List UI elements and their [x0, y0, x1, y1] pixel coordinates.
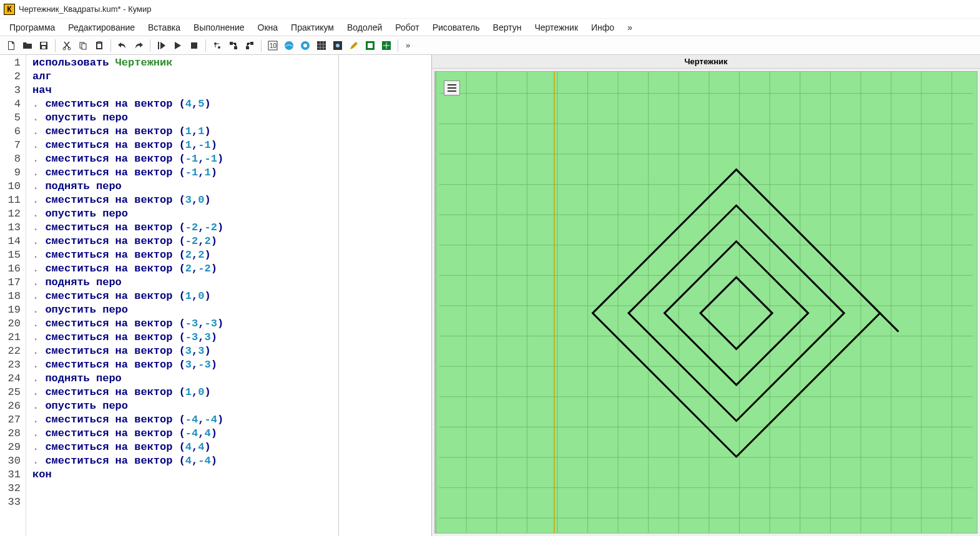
tool-green1-icon[interactable] [363, 38, 378, 53]
toolbar-separator [205, 39, 206, 52]
code-line[interactable]: . сместиться на вектор (4,-4) [32, 454, 338, 468]
code-line[interactable]: . сместиться на вектор (-1,1) [32, 166, 338, 180]
svg-point-25 [336, 44, 340, 47]
code-editor[interactable]: 1234567891011121314151617181920212223242… [0, 55, 339, 536]
svg-rect-6 [82, 44, 86, 49]
copy-icon[interactable] [76, 38, 91, 53]
module-icon[interactable] [226, 38, 241, 53]
svg-point-13 [218, 46, 220, 49]
paste-icon[interactable] [92, 38, 107, 53]
code-line[interactable] [32, 482, 338, 495]
code-line[interactable]: . опустить перо [32, 303, 338, 317]
svg-rect-17 [250, 42, 253, 45]
canvas-title: Чертежник [432, 55, 980, 69]
code-line[interactable]: . сместиться на вектор (-3,-3) [32, 317, 338, 331]
code-line[interactable]: . сместиться на вектор (1,1) [32, 125, 338, 139]
code-line[interactable]: . сместиться на вектор (-1,-1) [32, 152, 338, 166]
menu-item-1[interactable]: Редактирование [62, 20, 140, 35]
code-line[interactable]: . сместиться на вектор (-4,-4) [32, 413, 338, 427]
tool-pencil-icon[interactable] [346, 38, 361, 53]
stop-icon[interactable] [187, 38, 202, 53]
window-title: Чертежник_Квадраты.kum* - Кумир [19, 4, 152, 14]
tool-b-icon[interactable] [282, 38, 296, 53]
menu-item-12[interactable]: » [622, 20, 638, 35]
code-line[interactable]: . сместиться на вектор (-2,-2) [32, 221, 338, 235]
svg-rect-23 [317, 41, 326, 50]
code-line[interactable]: . сместиться на вектор (4,5) [32, 97, 338, 111]
svg-rect-9 [97, 41, 101, 43]
menu-item-11[interactable]: Инфо [586, 20, 620, 35]
svg-rect-15 [234, 46, 237, 49]
main-area: 1234567891011121314151617181920212223242… [0, 55, 980, 536]
svg-rect-27 [368, 43, 373, 48]
code-line[interactable]: нач [32, 84, 338, 97]
tool-a-icon[interactable]: 10 [265, 38, 280, 53]
open-file-icon[interactable] [20, 38, 35, 53]
code-line[interactable]: . сместиться на вектор (1,0) [32, 386, 338, 399]
menu-item-4[interactable]: Окна [252, 20, 284, 35]
run-step-icon[interactable] [154, 38, 169, 53]
tool-green2-icon[interactable] [379, 38, 394, 53]
drawing-canvas[interactable] [434, 71, 978, 534]
code-line[interactable]: . сместиться на вектор (2,2) [32, 248, 338, 262]
code-line[interactable]: . поднять перо [32, 276, 338, 290]
toolbar-separator [261, 39, 262, 52]
menu-item-0[interactable]: Программа [4, 20, 61, 35]
code-line[interactable]: . сместиться на вектор (3,-3) [32, 358, 338, 372]
line-number-gutter: 1234567891011121314151617181920212223242… [0, 55, 26, 536]
code-line[interactable]: . сместиться на вектор (3,0) [32, 193, 338, 207]
new-file-icon[interactable] [4, 38, 19, 53]
editor-pane: 1234567891011121314151617181920212223242… [0, 55, 432, 536]
code-line[interactable]: . поднять перо [32, 372, 338, 386]
menu-item-9[interactable]: Вертун [488, 20, 527, 35]
menu-item-3[interactable]: Выполнение [188, 20, 250, 35]
svg-rect-8 [97, 44, 101, 48]
code-line[interactable]: . поднять перо [32, 180, 338, 193]
cut-icon[interactable] [59, 38, 74, 53]
toolbar-more[interactable]: » [402, 38, 414, 53]
svg-point-12 [214, 42, 217, 45]
redo-icon[interactable] [131, 38, 146, 53]
code-line[interactable]: кон [32, 468, 338, 482]
code-line[interactable]: использовать Чертежник [32, 56, 338, 70]
canvas-pane: Чертежник [432, 55, 980, 536]
canvas-menu-button[interactable] [444, 80, 460, 95]
actor-switch-icon[interactable] [210, 38, 225, 53]
toolbar-separator [110, 39, 111, 52]
menu-item-7[interactable]: Робот [390, 20, 424, 35]
tool-d-icon[interactable] [330, 38, 345, 53]
module2-icon[interactable] [242, 38, 257, 53]
menu-item-8[interactable]: Рисователь [427, 20, 486, 35]
svg-rect-14 [230, 42, 233, 45]
code-lines[interactable]: использовать Чертежникалгнач. сместиться… [26, 55, 338, 536]
tool-grid-icon[interactable] [314, 38, 329, 53]
svg-text:10: 10 [270, 42, 277, 49]
code-line[interactable]: . сместиться на вектор (-4,4) [32, 427, 338, 441]
code-line[interactable]: . опустить перо [32, 207, 338, 221]
tool-c-icon[interactable] [298, 38, 313, 53]
code-line[interactable]: . сместиться на вектор (3,3) [32, 344, 338, 358]
toolbar: 10 » [0, 36, 980, 55]
code-line[interactable]: . сместиться на вектор (4,4) [32, 441, 338, 454]
code-line[interactable]: . сместиться на вектор (-3,3) [32, 331, 338, 344]
code-line[interactable]: . опустить перо [32, 111, 338, 125]
code-line[interactable]: . сместиться на вектор (-2,2) [32, 235, 338, 248]
toolbar-separator [150, 39, 150, 52]
code-line[interactable]: . сместиться на вектор (2,-2) [32, 262, 338, 276]
code-line[interactable] [32, 495, 338, 509]
code-line[interactable]: . сместиться на вектор (1,-1) [32, 139, 338, 152]
run-icon[interactable] [170, 38, 185, 53]
menu-item-10[interactable]: Чертежник [529, 20, 584, 35]
save-file-icon[interactable] [36, 38, 51, 53]
editor-side-column [339, 55, 431, 536]
menu-item-5[interactable]: Практикум [285, 20, 340, 35]
undo-icon[interactable] [115, 38, 130, 53]
svg-point-22 [303, 44, 307, 47]
menu-item-2[interactable]: Вставка [142, 20, 186, 35]
svg-point-20 [285, 41, 293, 50]
svg-rect-11 [191, 42, 197, 49]
code-line[interactable]: алг [32, 70, 338, 84]
code-line[interactable]: . сместиться на вектор (1,0) [32, 290, 338, 303]
menu-item-6[interactable]: Водолей [341, 20, 388, 35]
code-line[interactable]: . опустить перо [32, 399, 338, 413]
